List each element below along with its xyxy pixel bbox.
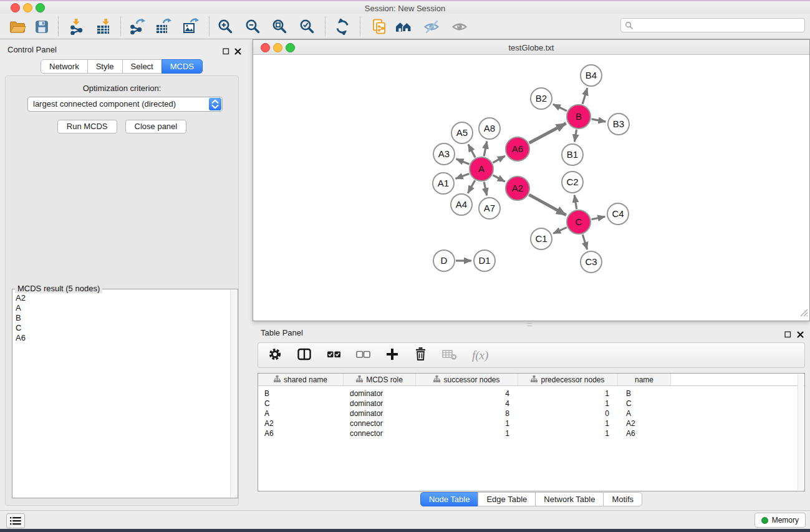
- select-all-icon[interactable]: [327, 347, 341, 364]
- graph-node-B[interactable]: B: [567, 105, 591, 128]
- split-divider-handle[interactable]: [527, 323, 532, 326]
- tab-network-table[interactable]: Network Table: [535, 492, 604, 506]
- import-table-icon[interactable]: [95, 18, 112, 35]
- close-panel-button[interactable]: Close panel: [125, 120, 187, 133]
- graph-edge-A-A5[interactable]: [468, 145, 475, 158]
- graph-edge-C-C4[interactable]: [592, 216, 605, 220]
- graph-edge-B-B2[interactable]: [553, 104, 567, 111]
- result-item[interactable]: A: [12, 303, 238, 313]
- tab-select[interactable]: Select: [122, 59, 162, 74]
- graph-node-A8[interactable]: A8: [479, 118, 500, 139]
- open-session-icon[interactable]: [9, 18, 26, 35]
- graph-edge-C-C1[interactable]: [553, 228, 567, 234]
- tab-motifs[interactable]: Motifs: [603, 492, 642, 506]
- network-graph[interactable]: B4B2BB3A8A5A6A3B1AC2A1A2A4A7C4CC1DD1C3: [253, 55, 809, 321]
- table-row[interactable]: A6connector11A6: [258, 428, 804, 438]
- column-header-predecessor-nodes[interactable]: predecessor nodes: [518, 374, 618, 385]
- graph-node-D1[interactable]: D1: [474, 250, 495, 271]
- close-panel-icon[interactable]: [234, 46, 241, 57]
- delete-table-icon[interactable]: [442, 348, 457, 363]
- save-session-icon[interactable]: [33, 18, 50, 35]
- column-header-MCDS-role[interactable]: MCDS role: [344, 374, 416, 385]
- hide-selected-icon[interactable]: [423, 18, 440, 35]
- zoom-out-icon[interactable]: [244, 18, 261, 35]
- graph-node-A[interactable]: A: [470, 157, 493, 181]
- result-item[interactable]: A6: [12, 333, 238, 343]
- graph-edge-B-B3[interactable]: [592, 119, 606, 122]
- graph-node-A5[interactable]: A5: [451, 122, 473, 143]
- tab-network[interactable]: Network: [41, 59, 88, 74]
- graph-node-B3[interactable]: B3: [608, 114, 629, 135]
- export-network-icon[interactable]: [128, 18, 145, 35]
- graph-edge-A-A3[interactable]: [456, 159, 470, 164]
- delete-column-icon[interactable]: [414, 347, 427, 364]
- graph-edge-B-B1[interactable]: [574, 130, 576, 142]
- search-input[interactable]: [620, 18, 805, 32]
- graph-node-A6[interactable]: A6: [506, 137, 529, 161]
- result-item[interactable]: A2: [12, 293, 238, 303]
- zoom-selected-icon[interactable]: [299, 18, 316, 35]
- show-columns-icon[interactable]: [297, 347, 312, 364]
- graph-edge-A-A7[interactable]: [484, 182, 487, 196]
- graph-node-B4[interactable]: B4: [581, 65, 602, 86]
- result-item[interactable]: C: [12, 323, 238, 333]
- graph-node-D[interactable]: D: [433, 250, 455, 271]
- add-column-icon[interactable]: [385, 347, 399, 364]
- table-row[interactable]: Adominator80A: [258, 409, 804, 418]
- optimization-criterion-select[interactable]: largest connected component (directed): [27, 97, 223, 112]
- graph-node-A7[interactable]: A7: [479, 198, 500, 219]
- graph-node-A3[interactable]: A3: [433, 143, 455, 165]
- graph-node-B1[interactable]: B1: [562, 144, 583, 165]
- export-table-icon[interactable]: [155, 18, 171, 35]
- deselect-all-icon[interactable]: [356, 347, 370, 364]
- result-item[interactable]: B: [12, 313, 238, 323]
- graph-node-C3[interactable]: C3: [581, 251, 602, 273]
- import-network-icon[interactable]: [68, 18, 85, 35]
- graph-node-A1[interactable]: A1: [433, 173, 454, 194]
- tab-mcds[interactable]: MCDS: [162, 59, 203, 74]
- tab-style[interactable]: Style: [87, 59, 123, 74]
- task-history-button[interactable]: [6, 513, 25, 528]
- graph-node-C2[interactable]: C2: [562, 172, 583, 193]
- zoom-fit-icon[interactable]: [271, 18, 288, 35]
- gear-icon[interactable]: [268, 347, 282, 364]
- result-scrollbar[interactable]: [230, 290, 237, 497]
- column-header-shared-name[interactable]: shared name: [258, 374, 344, 385]
- table-row[interactable]: Cdominator41C: [258, 399, 804, 409]
- graph-edge-A6-B[interactable]: [529, 123, 566, 143]
- tab-edge-table[interactable]: Edge Table: [478, 492, 536, 506]
- zoom-in-icon[interactable]: [217, 18, 234, 35]
- graph-edge-A-A6[interactable]: [493, 156, 505, 163]
- graph-edge-A2-C[interactable]: [529, 195, 566, 215]
- memory-button[interactable]: Memory: [755, 513, 806, 528]
- graph-edge-A-A1[interactable]: [456, 173, 470, 178]
- first-neighbors-icon[interactable]: [395, 18, 412, 35]
- column-header-successor-nodes[interactable]: successor nodes: [416, 374, 518, 385]
- graph-node-C1[interactable]: C1: [531, 228, 552, 249]
- float-table-panel-icon[interactable]: [784, 329, 791, 341]
- table-scrollbar[interactable]: [798, 374, 804, 490]
- export-image-icon[interactable]: [182, 18, 199, 35]
- table-row[interactable]: Bdominator41B: [258, 389, 804, 399]
- resize-grip-icon[interactable]: [800, 308, 808, 319]
- graph-node-A4[interactable]: A4: [451, 194, 472, 215]
- tab-node-table[interactable]: Node Table: [420, 492, 479, 506]
- graph-edge-C-C3[interactable]: [582, 235, 587, 249]
- refresh-view-icon[interactable]: [334, 18, 350, 35]
- graph-node-A2[interactable]: A2: [506, 177, 529, 200]
- graph-edge-B-B4[interactable]: [582, 88, 587, 104]
- close-table-panel-icon[interactable]: [797, 329, 804, 341]
- graph-edge-A-A4[interactable]: [468, 180, 475, 193]
- graph-node-C4[interactable]: C4: [607, 203, 629, 225]
- new-network-from-selection-icon[interactable]: [370, 18, 387, 35]
- graph-node-C[interactable]: C: [567, 210, 591, 234]
- column-header-name[interactable]: name: [618, 374, 671, 385]
- float-panel-icon[interactable]: [223, 46, 229, 57]
- graph-edge-A-A2[interactable]: [493, 175, 505, 181]
- graph-edge-C-C2[interactable]: [574, 195, 577, 210]
- table-row[interactable]: A2connector11A2: [258, 418, 804, 428]
- graph-node-B2[interactable]: B2: [531, 88, 552, 109]
- show-all-icon[interactable]: [451, 18, 468, 35]
- run-mcds-button[interactable]: Run MCDS: [57, 120, 117, 133]
- graph-edge-A-A8[interactable]: [484, 142, 487, 157]
